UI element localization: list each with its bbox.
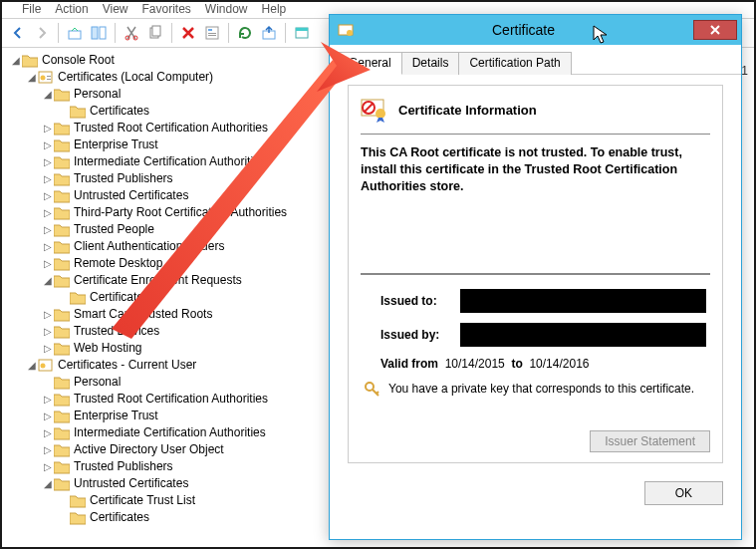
svg-rect-6 [152, 26, 160, 36]
svg-rect-10 [208, 35, 216, 36]
svg-point-15 [41, 75, 46, 80]
tab-details[interactable]: Details [401, 52, 460, 75]
cert-warning-text: This CA Root certificate is not trusted.… [361, 144, 710, 195]
dialog-title: Certificate [354, 22, 693, 38]
dialog-tabs: General Details Certification Path [330, 45, 741, 75]
svg-point-19 [41, 363, 46, 368]
svg-rect-9 [208, 33, 216, 34]
issued-by-redacted [460, 323, 706, 347]
properties-button[interactable] [201, 22, 223, 44]
certificate-dialog: Certificate General Details Certificatio… [329, 14, 742, 540]
svg-rect-16 [47, 76, 51, 77]
menu-window[interactable]: Window [205, 2, 248, 16]
issued-to-row: Issued to: [380, 289, 710, 313]
ok-button[interactable]: OK [644, 481, 723, 505]
svg-point-23 [347, 30, 353, 36]
svg-rect-0 [69, 31, 81, 39]
tab-certification-path[interactable]: Certification Path [458, 52, 571, 75]
issued-by-label: Issued by: [380, 328, 460, 342]
key-icon [365, 381, 380, 397]
valid-dates: Valid from 10/14/2015 to 10/14/2016 [380, 357, 710, 371]
private-key-text: You have a private key that corresponds … [388, 382, 694, 396]
svg-point-26 [376, 109, 385, 119]
back-button[interactable] [7, 22, 29, 44]
issued-by-row: Issued by: [380, 323, 710, 347]
svg-rect-1 [92, 27, 98, 39]
delete-button[interactable] [177, 22, 199, 44]
svg-point-27 [366, 383, 374, 391]
menu-file[interactable]: File [22, 2, 41, 16]
show-hide-button[interactable] [88, 22, 110, 44]
cursor-icon [593, 25, 609, 45]
menu-help[interactable]: Help [262, 2, 287, 16]
menu-view[interactable]: View [103, 2, 128, 16]
tab-general[interactable]: General [338, 52, 402, 75]
issuer-statement-button[interactable]: Issuer Statement [590, 430, 710, 452]
cut-button[interactable] [121, 22, 142, 44]
copy-button[interactable] [144, 22, 166, 44]
export-button[interactable] [258, 22, 280, 44]
new-window-button[interactable] [291, 22, 313, 44]
certificate-info-box: Certificate Information This CA Root cer… [348, 85, 723, 463]
dialog-titlebar[interactable]: Certificate [330, 15, 741, 45]
menu-favorites[interactable]: Favorites [142, 2, 191, 16]
forward-button[interactable] [31, 22, 53, 44]
cert-info-heading: Certificate Information [398, 103, 537, 118]
menu-action[interactable]: Action [55, 2, 88, 16]
certificate-icon [338, 22, 354, 38]
issued-to-label: Issued to: [380, 294, 460, 308]
cert-error-icon [361, 96, 388, 124]
svg-rect-2 [100, 27, 106, 39]
close-button[interactable] [693, 20, 737, 40]
up-button[interactable] [64, 22, 86, 44]
svg-rect-17 [47, 79, 51, 80]
svg-rect-13 [296, 28, 308, 31]
issued-to-redacted [460, 289, 706, 313]
refresh-button[interactable] [234, 22, 256, 44]
svg-rect-8 [208, 29, 212, 31]
